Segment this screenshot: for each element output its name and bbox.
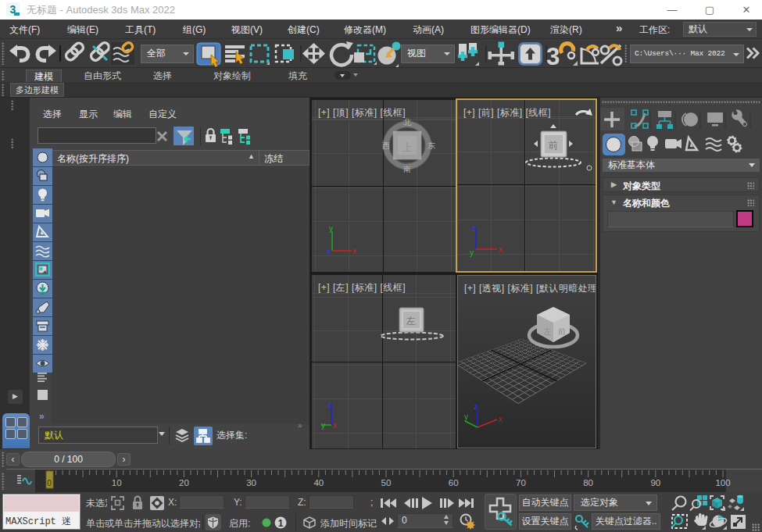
- svg-text:x: x: [333, 421, 337, 430]
- svg-text:3: 3: [546, 43, 560, 68]
- svg-text:y: y: [329, 225, 333, 233]
- svg-text:10: 10: [112, 478, 122, 487]
- svg-text:30: 30: [246, 478, 256, 487]
- svg-text:北: 北: [403, 118, 412, 127]
- svg-text:y: y: [321, 421, 325, 430]
- svg-text:0: 0: [47, 479, 52, 487]
- svg-text:40: 40: [313, 478, 324, 487]
- svg-text:东: 东: [428, 141, 435, 150]
- svg-text:70: 70: [516, 478, 526, 487]
- svg-text:y: y: [464, 412, 468, 421]
- svg-text:60: 60: [449, 478, 459, 487]
- svg-text:x: x: [499, 415, 503, 423]
- svg-text:20: 20: [179, 478, 189, 487]
- svg-text:z: z: [327, 248, 331, 256]
- svg-text:100: 100: [715, 478, 730, 487]
- svg-text:前: 前: [549, 140, 558, 151]
- svg-text:z: z: [472, 224, 476, 233]
- svg-text:1: 1: [278, 518, 284, 529]
- svg-text:南: 南: [403, 165, 411, 173]
- svg-text:z: z: [474, 402, 478, 411]
- svg-text:50: 50: [381, 478, 392, 487]
- svg-text:左: 左: [544, 327, 552, 336]
- svg-text:x: x: [352, 247, 356, 255]
- svg-text:80: 80: [583, 478, 593, 487]
- svg-text:西: 西: [382, 141, 390, 150]
- svg-text:前: 前: [558, 327, 566, 336]
- svg-text:左: 左: [406, 316, 416, 327]
- svg-text:90: 90: [650, 478, 660, 487]
- svg-text:x: x: [499, 245, 503, 254]
- svg-text:y: y: [470, 248, 474, 257]
- svg-text:z: z: [327, 400, 331, 409]
- svg-text:上: 上: [402, 141, 413, 153]
